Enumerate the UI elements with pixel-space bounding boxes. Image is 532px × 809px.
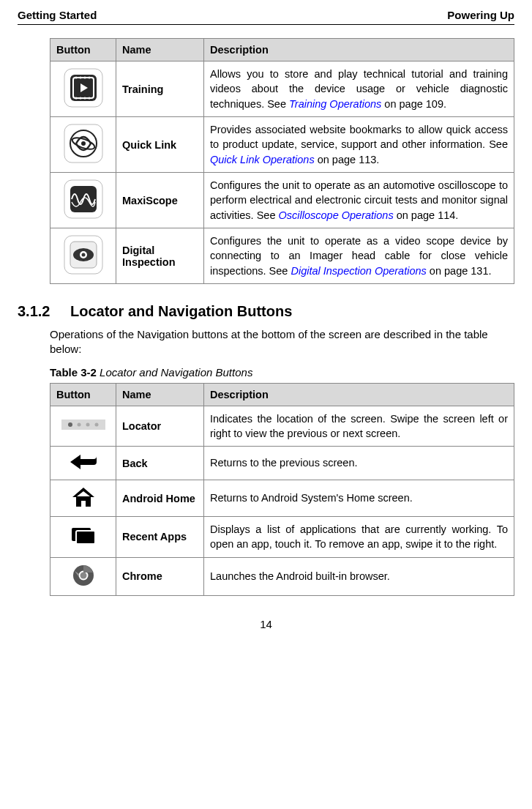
table-row: Back Returns to the previous screen. [50,447,514,480]
table-2: Button Name Description Locator Indicate… [50,383,514,596]
table-row: Digital Inspection Configures the unit t… [50,228,514,284]
page-content: Button Name Description Training Allows … [18,38,514,596]
page-number: 14 [18,618,514,630]
desc-text: on page 109. [381,98,446,110]
name-cell: Quick Link [116,117,204,173]
training-icon [63,67,104,108]
caption-bold: Table 3-2 [50,366,97,379]
button-cell [50,480,116,517]
desc-cell: Configures the unit to operate as an aut… [204,173,514,228]
link-text[interactable]: Digital Inspection Operations [291,265,426,277]
button-cell [50,517,116,558]
header-left: Getting Started [18,9,97,21]
svg-point-7 [75,97,77,100]
name-cell: Digital Inspection [116,228,204,284]
desc-text: on page 131. [427,265,492,277]
table-row: Locator Indicates the location of the sc… [50,406,514,447]
section-title: Locator and Navigation Buttons [70,303,292,320]
chrome-icon [72,564,95,587]
button-cell [50,228,116,284]
back-icon [69,452,98,471]
svg-point-6 [88,77,90,79]
desc-text: on page 114. [394,209,459,221]
svg-rect-31 [76,531,95,544]
table-1: Button Name Description Training Allows … [50,38,514,284]
svg-marker-28 [72,488,94,507]
desc-cell: Returns to Android System's Home screen. [204,480,514,517]
svg-point-34 [80,572,86,578]
name-cell: Locator [116,406,204,447]
desc-cell: Provides associated website bookmarks to… [204,117,514,173]
link-text[interactable]: Oscilloscope Operations [279,209,394,221]
section-number: 3.1.2 [18,303,70,320]
name-cell: Recent Apps [116,517,204,558]
button-cell [50,447,116,480]
desc-cell: Configures the unit to operate as a vide… [204,228,514,284]
th-name: Name [116,383,204,406]
name-cell: Training [116,61,204,117]
table-row: Recent Apps Displays a list of applicati… [50,517,514,558]
desc-text: on page 113. [315,154,380,165]
svg-point-4 [79,77,81,79]
svg-point-10 [88,97,90,100]
table-row: MaxiScope Configures the unit to operate… [50,173,514,228]
svg-point-22 [81,253,85,257]
section-heading: 3.1.2 Locator and Navigation Buttons [18,303,514,320]
name-cell: MaxiScope [116,173,204,228]
link-text[interactable]: Training Operations [289,98,381,110]
table-row: Android Home Returns to Android System's… [50,480,514,517]
svg-point-25 [77,423,80,427]
name-cell: Android Home [116,480,204,517]
th-button: Button [50,383,116,406]
link-text[interactable]: Quick Link Operations [210,154,315,165]
svg-point-8 [79,97,81,100]
button-cell [50,61,116,117]
maxiscope-icon [63,179,104,220]
th-button: Button [50,39,116,61]
desc-cell: Allows you to store and play technical t… [204,61,514,117]
svg-point-3 [75,77,77,79]
name-cell: Back [116,447,204,480]
button-cell [50,173,116,228]
header-right: Powering Up [447,9,514,21]
home-icon [71,486,96,508]
name-cell: Chrome [116,557,204,595]
desc-cell: Displays a list of applications that are… [204,517,514,558]
caption-ital: Locator and Navigation Buttons [97,366,252,379]
table-row: Quick Link Provides associated website b… [50,117,514,173]
th-desc: Description [204,383,514,406]
digital-inspection-icon [63,234,104,275]
button-cell [50,557,116,595]
svg-point-24 [68,422,72,427]
table-row: Training Allows you to store and play te… [50,61,514,117]
page-header: Getting Started Powering Up [18,9,514,25]
locator-icon [61,418,105,431]
desc-cell: Indicates the location of the screen. Sw… [204,406,514,447]
button-cell [50,117,116,173]
table-row: Chrome Launches the Android built-in bro… [50,557,514,595]
table-caption: Table 3-2 Locator and Navigation Buttons [50,366,514,379]
quick-link-icon [63,123,104,164]
svg-point-9 [83,97,86,100]
svg-point-26 [86,423,89,427]
svg-point-15 [81,141,86,146]
svg-point-27 [94,423,98,427]
desc-text: Provides associated website bookmarks to… [210,124,508,150]
paragraph: Operations of the Navigation buttons at … [50,327,514,357]
th-name: Name [116,39,204,61]
svg-point-5 [83,77,86,79]
button-cell [50,406,116,447]
desc-cell: Launches the Android built-in browser. [204,557,514,595]
desc-cell: Returns to the previous screen. [204,447,514,480]
th-desc: Description [204,39,514,61]
recent-apps-icon [69,525,98,547]
